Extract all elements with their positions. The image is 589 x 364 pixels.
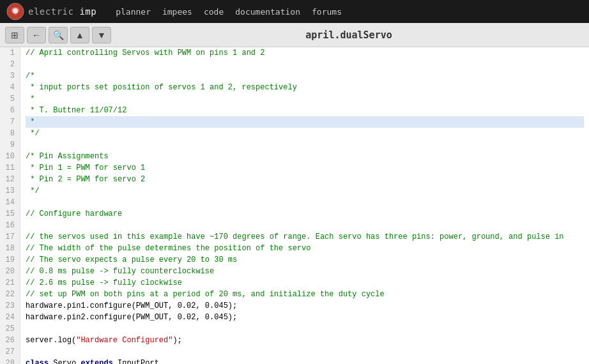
toolbar-down-button[interactable]: ▼: [92, 27, 111, 43]
code-line: * input ports set position of servos 1 a…: [26, 82, 584, 93]
nav-documentation[interactable]: documentation: [235, 7, 300, 17]
code-line: *: [26, 93, 584, 105]
svg-point-1: [13, 8, 18, 13]
code-line: [26, 197, 584, 208]
code-line: */: [26, 128, 584, 139]
logo-icon: [6, 3, 24, 20]
code-line: [26, 323, 584, 335]
code-line: // The width of the pulse determines the…: [26, 243, 584, 254]
code-line: * Pin 2 = PWM for servo 2: [26, 174, 584, 185]
code-line: /* Pin Assignments: [26, 151, 584, 162]
code-line: // 0.8 ms pulse -> fully counterclockwis…: [26, 266, 584, 277]
code-line: // Configure hardware: [26, 208, 584, 220]
toolbar-up-button[interactable]: ▲: [70, 27, 89, 43]
code-line: [26, 139, 584, 151]
code-line: * Pin 1 = PWM for servo 1: [26, 162, 584, 174]
code-editor: 1234567891011121314151617181920212223242…: [0, 47, 589, 364]
code-line: hardware.pin2.configure(PWM_OUT, 0.02, 0…: [26, 312, 584, 323]
toolbar-back-button[interactable]: ←: [27, 27, 46, 43]
code-line: /*: [26, 70, 584, 82]
file-title: april.dualServo: [114, 29, 584, 41]
code-line: // The servo expects a pulse every 20 to…: [26, 254, 584, 266]
code-line: */: [26, 185, 584, 197]
nav-links: planner impees code documentation forums: [116, 7, 342, 17]
code-line: // April controlling Servos with PWM on …: [26, 47, 584, 59]
code-line: [26, 346, 584, 358]
toolbar-new-button[interactable]: ⊞: [5, 27, 24, 43]
code-line: * T. Buttner 11/07/12: [26, 105, 584, 116]
code-line: hardware.pin1.configure(PWM_OUT, 0.02, 0…: [26, 300, 584, 312]
nav-planner[interactable]: planner: [116, 7, 151, 17]
code-line: [26, 59, 584, 70]
code-line: // the servos used in this example have …: [26, 231, 584, 243]
toolbar-search-button[interactable]: 🔍: [49, 27, 68, 43]
line-numbers: 1234567891011121314151617181920212223242…: [0, 47, 20, 364]
code-line: [26, 220, 584, 231]
nav-code[interactable]: code: [204, 7, 224, 17]
logo[interactable]: electric imp: [6, 3, 96, 20]
code-line: // set up PWM on both pins at a period o…: [26, 289, 584, 300]
nav-forums[interactable]: forums: [312, 7, 342, 17]
code-content[interactable]: // April controlling Servos with PWM on …: [20, 47, 589, 364]
navbar: electric imp planner impees code documen…: [0, 0, 589, 23]
code-line: // 2.6 ms pulse -> fully clockwise: [26, 277, 584, 289]
nav-impees[interactable]: impees: [162, 7, 192, 17]
code-line: *: [26, 116, 584, 128]
code-line: class Servo extends InputPort: [26, 358, 584, 364]
toolbar: ⊞ ← 🔍 ▲ ▼ april.dualServo: [0, 23, 589, 47]
brand-text[interactable]: electric imp: [28, 6, 96, 17]
code-line: server.log("Hardware Configured");: [26, 335, 584, 346]
